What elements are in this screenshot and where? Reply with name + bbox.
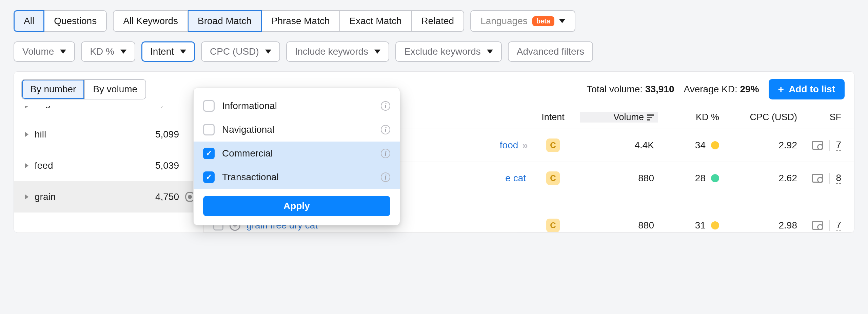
results-panel: By number By volume Total volume: 33,910… xyxy=(14,71,854,233)
cell-sf[interactable]: 7 xyxy=(797,140,845,151)
chevron-down-icon xyxy=(180,50,186,54)
open-icon: » xyxy=(522,140,526,151)
by-number-tab[interactable]: By number xyxy=(22,80,84,99)
intent-option-transactional[interactable]: Transactional i xyxy=(194,165,400,189)
tab-phrase-match[interactable]: Phrase Match xyxy=(262,10,340,32)
tab-related[interactable]: Related xyxy=(412,10,465,32)
sidebar-item[interactable]: grain 4,750 xyxy=(14,181,203,213)
filter-advanced[interactable]: Advanced filters xyxy=(508,41,593,62)
beta-badge: beta xyxy=(532,16,554,26)
by-tabs: By number By volume xyxy=(21,79,146,99)
serp-icon xyxy=(812,141,823,150)
cell-kd: 28 xyxy=(658,173,719,184)
cell-sf[interactable]: 8 xyxy=(797,172,845,184)
tab-group-type: All Questions xyxy=(14,10,107,32)
sidebar-item[interactable]: feed 5,039 xyxy=(14,150,203,181)
summary-stats: Total volume: 33,910 Average KD: 29% +Ad… xyxy=(587,79,845,99)
checkbox-icon xyxy=(203,148,215,159)
col-volume[interactable]: Volume xyxy=(580,112,658,123)
languages-dropdown[interactable]: Languages beta xyxy=(470,10,575,32)
sidebar-item[interactable]: hill 5,099 xyxy=(14,119,203,150)
serp-icon xyxy=(812,221,823,230)
intent-option-commercial[interactable]: Commercial i xyxy=(194,142,400,165)
by-volume-tab[interactable]: By volume xyxy=(84,80,145,99)
cell-cpc: 2.62 xyxy=(719,173,797,184)
cell-kd: 34 xyxy=(658,140,719,151)
difficulty-dot-icon xyxy=(711,174,719,182)
keyword-link[interactable]: food» xyxy=(500,140,526,151)
intent-dropdown: Informational i Navigational i Commercia… xyxy=(193,88,400,225)
intent-option-navigational[interactable]: Navigational i xyxy=(194,118,400,142)
intent-option-informational[interactable]: Informational i xyxy=(194,94,400,118)
cell-sf[interactable]: 7 xyxy=(797,220,845,231)
checkbox-icon xyxy=(203,171,215,183)
tab-group-match: All Keywords Broad Match Phrase Match Ex… xyxy=(113,10,464,32)
chevron-right-icon xyxy=(25,132,28,137)
chevron-down-icon xyxy=(60,50,66,54)
info-icon[interactable]: i xyxy=(381,125,390,134)
total-volume-value: 33,910 xyxy=(645,84,674,94)
tab-exact-match[interactable]: Exact Match xyxy=(340,10,412,32)
chevron-down-icon xyxy=(559,19,565,23)
intent-badge: C xyxy=(546,138,560,152)
tab-questions[interactable]: Questions xyxy=(44,10,107,32)
avg-kd-value: 29% xyxy=(740,84,759,94)
info-icon[interactable]: i xyxy=(381,149,390,158)
add-to-list-button[interactable]: +Add to list xyxy=(769,79,845,99)
chevron-down-icon xyxy=(374,50,380,54)
tab-all-keywords[interactable]: All Keywords xyxy=(113,10,188,32)
filter-kd[interactable]: KD % xyxy=(81,41,135,62)
filter-volume[interactable]: Volume xyxy=(14,41,75,62)
chevron-down-icon xyxy=(265,50,271,54)
cell-volume: 880 xyxy=(580,220,658,231)
chevron-right-icon xyxy=(25,106,28,109)
info-icon[interactable]: i xyxy=(381,172,390,182)
cell-volume: 4.4K xyxy=(580,140,658,151)
filter-intent[interactable]: Intent xyxy=(141,41,195,62)
top-tab-row: All Questions All Keywords Broad Match P… xyxy=(14,10,854,32)
cell-cpc: 2.98 xyxy=(719,220,797,231)
col-kd[interactable]: KD % xyxy=(658,112,719,123)
info-icon[interactable]: i xyxy=(381,101,390,111)
keyword-groups-sidebar: dog 5,285 hill 5,099 feed 5,039 xyxy=(14,106,204,233)
col-cpc[interactable]: CPC (USD) xyxy=(719,112,797,123)
cell-volume: 880 xyxy=(580,173,658,184)
intent-badge: C xyxy=(546,171,560,185)
checkbox-icon xyxy=(203,124,215,135)
chevron-down-icon xyxy=(120,50,126,54)
checkbox-icon xyxy=(203,100,215,112)
chevron-down-icon xyxy=(487,50,493,54)
tab-broad-match[interactable]: Broad Match xyxy=(188,10,262,32)
filter-cpc[interactable]: CPC (USD) xyxy=(201,41,280,62)
col-sf[interactable]: SF xyxy=(797,112,845,123)
sidebar-item[interactable]: dog 5,285 xyxy=(14,106,203,119)
apply-button[interactable]: Apply xyxy=(203,196,390,216)
tab-all[interactable]: All xyxy=(14,10,44,32)
filter-include-keywords[interactable]: Include keywords xyxy=(286,41,389,62)
keyword-link[interactable]: e cat xyxy=(505,173,526,184)
chevron-right-icon xyxy=(25,194,28,200)
difficulty-dot-icon xyxy=(711,221,719,229)
difficulty-dot-icon xyxy=(711,141,719,149)
serp-icon xyxy=(812,174,823,183)
filter-row: Volume KD % Intent CPC (USD) Include key… xyxy=(14,41,854,62)
sort-desc-icon xyxy=(647,114,654,121)
intent-badge: C xyxy=(546,219,560,232)
filter-exclude-keywords[interactable]: Exclude keywords xyxy=(395,41,502,62)
col-intent[interactable]: Intent xyxy=(526,112,580,123)
cell-cpc: 2.92 xyxy=(719,140,797,151)
chevron-right-icon xyxy=(25,163,28,168)
cell-kd: 31 xyxy=(658,220,719,231)
